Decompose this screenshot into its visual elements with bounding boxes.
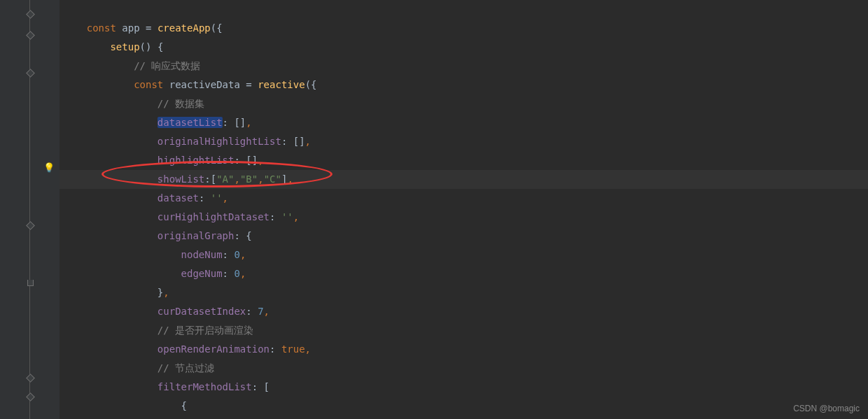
code-line: curHighlightDataset: '', — [59, 208, 868, 227]
code-content[interactable]: const app = createApp({ setup() { // 响应式… — [59, 0, 868, 419]
code-line: datasetList: [], — [59, 113, 868, 132]
fold-icon-end[interactable] — [27, 279, 34, 286]
code-line: const reactiveData = reactive({ — [59, 76, 868, 94]
code-line: filterMethodList: [ — [59, 378, 868, 397]
fold-icon[interactable] — [27, 69, 34, 76]
code-line: nodeNum: 0, — [59, 246, 868, 264]
code-line: setup() { — [59, 38, 868, 57]
code-editor: 💡 const app = createApp({ setup() { // 响… — [0, 0, 868, 419]
fold-icon[interactable] — [27, 31, 34, 38]
watermark: CSDN @bomagic — [793, 404, 860, 413]
selected-identifier: datasetList — [158, 117, 223, 128]
code-line: const app = createApp({ — [59, 19, 868, 38]
code-line: // 数据集 — [59, 94, 868, 113]
code-line: originalHighlightList: [], — [59, 132, 868, 151]
code-line — [59, 0, 868, 19]
code-line: }, — [59, 283, 868, 302]
code-line-active: showList:["A","B","C"], — [59, 170, 868, 189]
fold-icon[interactable] — [27, 222, 34, 229]
code-line: highlightList: [], — [59, 151, 868, 170]
code-line: // 节点过滤 — [59, 359, 868, 378]
code-line: value: '' — [59, 416, 868, 419]
code-line: openRenderAnimation: true, — [59, 340, 868, 359]
fold-icon[interactable] — [27, 393, 34, 400]
code-line: edgeNum: 0, — [59, 264, 868, 283]
fold-icon[interactable] — [27, 374, 34, 381]
code-line: { — [59, 397, 868, 416]
lightbulb-icon[interactable]: 💡 — [43, 162, 53, 172]
editor-gutter: 💡 — [0, 0, 59, 419]
code-line: // 响应式数据 — [59, 57, 868, 76]
code-line: curDatasetIndex: 7, — [59, 302, 868, 321]
code-line: originalGraph: { — [59, 227, 868, 246]
fold-icon[interactable] — [27, 10, 34, 17]
code-line: // 是否开启动画渲染 — [59, 321, 868, 340]
code-line: dataset: '', — [59, 189, 868, 208]
